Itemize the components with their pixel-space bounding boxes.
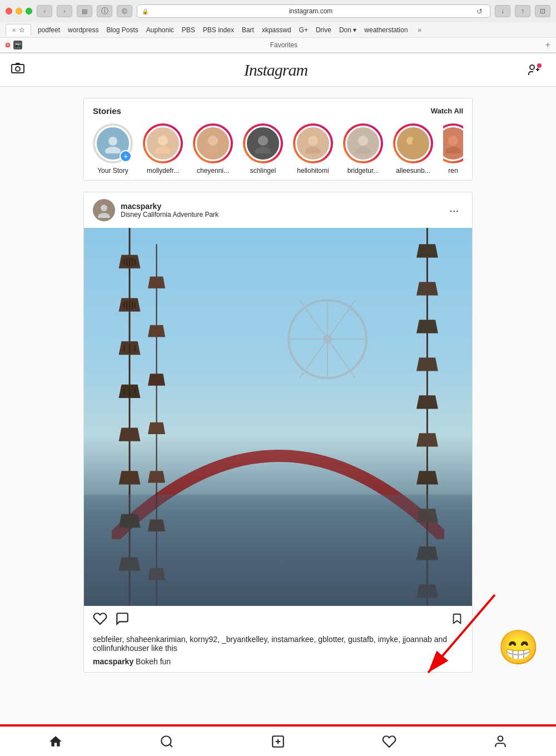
download-button[interactable]: ↓ (495, 5, 510, 17)
reload-button[interactable]: ↺ (473, 5, 485, 17)
svg-marker-64 (416, 282, 438, 295)
bookmark-podfeet[interactable]: podfeet (38, 26, 60, 34)
story-username: Your Story (97, 167, 128, 175)
favorites-bar: ✕ 📷 Favorites + (0, 38, 556, 53)
sidebar-button[interactable]: ▤ (77, 5, 92, 17)
story-username: alleesunb... (396, 167, 430, 175)
bookmark-bart[interactable]: Bart (242, 26, 254, 34)
svg-line-76 (170, 744, 172, 747)
close-window-button[interactable] (6, 8, 12, 14)
story-item-mollydefr[interactable]: mollydefr... (143, 123, 183, 175)
address-bar[interactable]: 🔒 instagram.com ↺ (137, 4, 490, 18)
story-avatar-ring (143, 123, 183, 163)
ferris-wheel-silhouette (283, 284, 372, 406)
post-likes: sebfeiler, shaheenkarimian, korny92, _br… (84, 635, 472, 656)
post-location[interactable]: Disney California Adventure Park (121, 211, 439, 218)
ig-post: macsparky Disney California Adventure Pa… (83, 192, 473, 673)
story-avatar-ring (193, 123, 233, 163)
bookmark-drive[interactable]: Drive (316, 26, 331, 34)
caption-username[interactable]: macsparky (93, 657, 133, 666)
activity-nav-button[interactable] (334, 727, 445, 756)
ig-header-right (527, 63, 545, 77)
forward-button[interactable]: › (57, 5, 72, 17)
bookmark-wordpress[interactable]: wordpress (68, 26, 98, 34)
active-tab[interactable]: ✕ ☆ (6, 24, 31, 36)
story-avatar-ring (343, 123, 383, 163)
traffic-lights (6, 8, 32, 14)
add-user-button[interactable] (527, 63, 545, 77)
bookmark-blogposts[interactable]: Blog Posts (106, 26, 138, 34)
bookmarks-bar: ✕ ☆ Instagram podfeet wordpress Blog Pos… (0, 22, 556, 38)
svg-marker-66 (416, 357, 438, 371)
home-nav-button[interactable] (0, 727, 111, 756)
search-nav-button[interactable] (111, 727, 222, 756)
tab-close-icon[interactable]: ✕ (12, 27, 16, 33)
story-item-bridgetur[interactable]: bridgetur... (343, 123, 383, 175)
like-button[interactable] (93, 611, 107, 629)
bottom-nav-spacer (0, 695, 556, 728)
back-button[interactable]: ‹ (37, 5, 52, 17)
bookmark-pbsindex[interactable]: PBS index (203, 26, 234, 34)
stories-header-row: Stories Watch All (93, 106, 463, 116)
story-avatar-wrapper: + (93, 123, 133, 163)
story-avatar (295, 126, 331, 161)
story-avatar (145, 126, 181, 161)
story-item-hellohitomi[interactable]: hellohitomi (293, 123, 333, 175)
story-avatar-ring (443, 123, 463, 163)
post-more-button[interactable]: ··· (445, 204, 463, 217)
post-username[interactable]: macsparky (121, 202, 439, 211)
story-avatar-wrapper (193, 123, 233, 163)
bookmark-weather[interactable]: weatherstation (364, 26, 408, 34)
story-item-cheyenni[interactable]: cheyenni... (193, 123, 233, 175)
share-button[interactable]: ↑ (515, 5, 530, 17)
camera-icon[interactable] (11, 62, 24, 78)
story-item-your-story[interactable]: + Your Story (93, 123, 133, 175)
svg-point-18 (412, 138, 420, 146)
bookmark-xkpasswd[interactable]: xkpasswd (262, 26, 291, 34)
story-avatar (443, 126, 463, 161)
story-item-rene[interactable]: ren (443, 123, 463, 175)
bookmark-button[interactable] (451, 613, 463, 628)
story-username: mollydefr... (147, 167, 179, 175)
story-username: bridgetur... (348, 167, 379, 175)
comment-button[interactable] (115, 611, 130, 629)
stories-panel: Stories Watch All (83, 98, 473, 181)
ig-header-center: Instagram (24, 61, 527, 79)
post-caption: macsparky Bokeh fun (84, 656, 472, 672)
caption-body: Bokeh fun (136, 657, 171, 666)
bookmark-don[interactable]: Don ▾ (339, 26, 356, 34)
add-post-nav-button[interactable] (222, 727, 334, 756)
story-item-schlingel[interactable]: schlingel (243, 123, 283, 175)
minimize-window-button[interactable] (16, 8, 22, 14)
svg-point-13 (308, 136, 318, 146)
extension-button[interactable]: © (117, 5, 132, 17)
svg-marker-56 (148, 325, 165, 337)
ig-header-left (11, 62, 24, 78)
bookmark-pbs[interactable]: PBS (182, 26, 195, 34)
profile-nav-button[interactable] (445, 727, 556, 756)
post-image (84, 228, 472, 606)
stories-title: Stories (93, 106, 121, 116)
svg-point-5 (108, 137, 117, 146)
info-button[interactable]: ⓘ (97, 5, 112, 17)
tab-x-icon[interactable]: ✕ (6, 43, 10, 47)
bookmark-gplus[interactable]: G+ (299, 26, 308, 34)
add-story-button[interactable]: + (120, 150, 132, 162)
svg-marker-59 (148, 471, 165, 483)
story-avatar (345, 126, 381, 161)
stories-row: + Your Story (93, 123, 463, 175)
post-avatar[interactable] (93, 199, 115, 221)
post-user-info: macsparky Disney California Adventure Pa… (121, 202, 439, 218)
window-button[interactable]: ⊡ (535, 5, 550, 17)
svg-point-14 (305, 147, 321, 153)
svg-marker-55 (148, 276, 165, 288)
watch-all-button[interactable]: Watch All (431, 107, 463, 115)
maximize-window-button[interactable] (26, 8, 32, 14)
story-avatar-wrapper (293, 123, 333, 163)
story-item-alleesunb[interactable]: alleesunb... (393, 123, 433, 175)
bookmark-auphonic[interactable]: Auphonic (146, 26, 174, 34)
svg-marker-57 (148, 374, 165, 385)
tab-favicon: ☆ (19, 26, 25, 34)
favorites-add-button[interactable]: + (545, 40, 550, 50)
bookmarks-more[interactable]: » (418, 26, 421, 34)
